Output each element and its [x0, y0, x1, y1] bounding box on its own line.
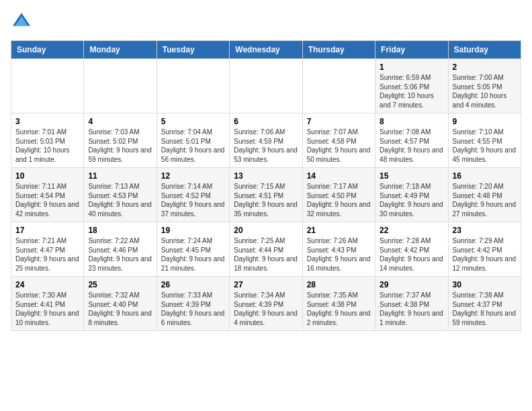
calendar-cell: 7Sunrise: 7:07 AM Sunset: 4:58 PM Daylig… — [302, 113, 375, 168]
calendar-cell: 24Sunrise: 7:30 AM Sunset: 4:41 PM Dayli… — [11, 277, 84, 331]
day-info: Sunrise: 7:34 AM Sunset: 4:39 PM Dayligh… — [234, 291, 298, 327]
calendar-cell — [230, 59, 302, 113]
day-number: 21 — [307, 226, 371, 235]
day-info: Sunrise: 7:04 AM Sunset: 5:01 PM Dayligh… — [161, 128, 225, 164]
day-info: Sunrise: 7:38 AM Sunset: 4:37 PM Dayligh… — [453, 291, 517, 327]
day-info: Sunrise: 7:18 AM Sunset: 4:49 PM Dayligh… — [380, 182, 443, 218]
day-info: Sunrise: 7:06 AM Sunset: 4:59 PM Dayligh… — [234, 128, 298, 164]
calendar-cell: 21Sunrise: 7:26 AM Sunset: 4:43 PM Dayli… — [302, 222, 375, 277]
day-info: Sunrise: 7:37 AM Sunset: 4:38 PM Dayligh… — [380, 291, 443, 327]
day-number: 29 — [380, 280, 443, 289]
calendar-header: SundayMondayTuesdayWednesdayThursdayFrid… — [11, 41, 521, 59]
calendar-week-row: 3Sunrise: 7:01 AM Sunset: 5:03 PM Daylig… — [11, 113, 521, 168]
calendar-cell: 4Sunrise: 7:03 AM Sunset: 5:02 PM Daylig… — [84, 113, 157, 168]
day-info: Sunrise: 7:28 AM Sunset: 4:42 PM Dayligh… — [380, 236, 443, 273]
calendar-cell — [84, 59, 157, 113]
day-number: 30 — [453, 280, 517, 289]
calendar-cell: 17Sunrise: 7:21 AM Sunset: 4:47 PM Dayli… — [11, 222, 84, 277]
day-number: 19 — [161, 226, 225, 235]
day-info: Sunrise: 6:59 AM Sunset: 5:06 PM Dayligh… — [380, 73, 443, 109]
weekday-header: Wednesday — [230, 41, 302, 59]
calendar-cell: 6Sunrise: 7:06 AM Sunset: 4:59 PM Daylig… — [230, 113, 302, 168]
calendar-cell: 12Sunrise: 7:14 AM Sunset: 4:52 PM Dayli… — [157, 168, 229, 222]
day-info: Sunrise: 7:03 AM Sunset: 5:02 PM Dayligh… — [88, 128, 152, 164]
calendar-cell: 22Sunrise: 7:28 AM Sunset: 4:42 PM Dayli… — [375, 222, 448, 277]
day-info: Sunrise: 7:25 AM Sunset: 4:44 PM Dayligh… — [234, 236, 298, 273]
calendar-week-row: 10Sunrise: 7:11 AM Sunset: 4:54 PM Dayli… — [11, 168, 521, 222]
calendar-cell: 18Sunrise: 7:22 AM Sunset: 4:46 PM Dayli… — [84, 222, 157, 277]
day-info: Sunrise: 7:01 AM Sunset: 5:03 PM Dayligh… — [15, 128, 79, 164]
calendar-cell: 27Sunrise: 7:34 AM Sunset: 4:39 PM Dayli… — [230, 277, 302, 331]
calendar-cell — [11, 59, 84, 113]
day-number: 7 — [307, 117, 371, 126]
calendar-cell: 20Sunrise: 7:25 AM Sunset: 4:44 PM Dayli… — [230, 222, 302, 277]
calendar-cell: 8Sunrise: 7:08 AM Sunset: 4:57 PM Daylig… — [375, 113, 448, 168]
day-number: 1 — [380, 62, 443, 72]
day-info: Sunrise: 7:29 AM Sunset: 4:42 PM Dayligh… — [453, 236, 517, 273]
weekday-header: Thursday — [302, 41, 375, 59]
day-number: 5 — [161, 117, 225, 126]
calendar-cell: 9Sunrise: 7:10 AM Sunset: 4:55 PM Daylig… — [448, 113, 521, 168]
day-number: 10 — [15, 171, 79, 181]
day-number: 6 — [234, 117, 298, 126]
logo — [11, 11, 35, 32]
calendar-body: 1Sunrise: 6:59 AM Sunset: 5:06 PM Daylig… — [11, 59, 521, 331]
day-info: Sunrise: 7:21 AM Sunset: 4:47 PM Dayligh… — [15, 236, 79, 273]
calendar-cell: 26Sunrise: 7:33 AM Sunset: 4:39 PM Dayli… — [157, 277, 229, 331]
page-header — [11, 11, 521, 32]
calendar-cell: 25Sunrise: 7:32 AM Sunset: 4:40 PM Dayli… — [84, 277, 157, 331]
calendar-cell — [157, 59, 229, 113]
day-number: 16 — [453, 171, 517, 181]
calendar-table: SundayMondayTuesdayWednesdayThursdayFrid… — [11, 40, 521, 331]
calendar-cell: 13Sunrise: 7:15 AM Sunset: 4:51 PM Dayli… — [230, 168, 302, 222]
calendar-cell: 15Sunrise: 7:18 AM Sunset: 4:49 PM Dayli… — [375, 168, 448, 222]
day-number: 24 — [15, 280, 79, 289]
day-number: 27 — [234, 280, 298, 289]
day-info: Sunrise: 7:00 AM Sunset: 5:05 PM Dayligh… — [453, 73, 517, 109]
calendar-cell: 14Sunrise: 7:17 AM Sunset: 4:50 PM Dayli… — [302, 168, 375, 222]
day-number: 8 — [380, 117, 443, 126]
day-number: 22 — [380, 226, 443, 235]
calendar-cell: 1Sunrise: 6:59 AM Sunset: 5:06 PM Daylig… — [375, 59, 448, 113]
calendar-week-row: 1Sunrise: 6:59 AM Sunset: 5:06 PM Daylig… — [11, 59, 521, 113]
calendar-cell: 30Sunrise: 7:38 AM Sunset: 4:37 PM Dayli… — [448, 277, 521, 331]
calendar-cell: 16Sunrise: 7:20 AM Sunset: 4:48 PM Dayli… — [448, 168, 521, 222]
day-number: 11 — [88, 171, 152, 181]
day-number: 12 — [161, 171, 225, 181]
day-number: 9 — [453, 117, 517, 126]
weekday-row: SundayMondayTuesdayWednesdayThursdayFrid… — [11, 41, 521, 59]
day-info: Sunrise: 7:15 AM Sunset: 4:51 PM Dayligh… — [234, 182, 298, 218]
day-number: 18 — [88, 226, 152, 235]
day-info: Sunrise: 7:13 AM Sunset: 4:53 PM Dayligh… — [88, 182, 152, 218]
calendar-cell: 3Sunrise: 7:01 AM Sunset: 5:03 PM Daylig… — [11, 113, 84, 168]
day-number: 28 — [307, 280, 371, 289]
day-number: 26 — [161, 280, 225, 289]
calendar-week-row: 24Sunrise: 7:30 AM Sunset: 4:41 PM Dayli… — [11, 277, 521, 331]
calendar-cell: 29Sunrise: 7:37 AM Sunset: 4:38 PM Dayli… — [375, 277, 448, 331]
day-number: 20 — [234, 226, 298, 235]
weekday-header: Friday — [375, 41, 448, 59]
logo-icon — [11, 11, 32, 32]
calendar-cell: 5Sunrise: 7:04 AM Sunset: 5:01 PM Daylig… — [157, 113, 229, 168]
day-info: Sunrise: 7:14 AM Sunset: 4:52 PM Dayligh… — [161, 182, 225, 218]
calendar-cell — [302, 59, 375, 113]
weekday-header: Tuesday — [157, 41, 229, 59]
day-info: Sunrise: 7:24 AM Sunset: 4:45 PM Dayligh… — [161, 236, 225, 273]
weekday-header: Monday — [84, 41, 157, 59]
calendar-cell: 19Sunrise: 7:24 AM Sunset: 4:45 PM Dayli… — [157, 222, 229, 277]
weekday-header: Sunday — [11, 41, 84, 59]
calendar-week-row: 17Sunrise: 7:21 AM Sunset: 4:47 PM Dayli… — [11, 222, 521, 277]
day-number: 23 — [453, 226, 517, 235]
calendar-cell: 11Sunrise: 7:13 AM Sunset: 4:53 PM Dayli… — [84, 168, 157, 222]
day-number: 2 — [453, 62, 517, 72]
day-info: Sunrise: 7:33 AM Sunset: 4:39 PM Dayligh… — [161, 291, 225, 327]
day-info: Sunrise: 7:30 AM Sunset: 4:41 PM Dayligh… — [15, 291, 79, 327]
day-info: Sunrise: 7:20 AM Sunset: 4:48 PM Dayligh… — [453, 182, 517, 218]
calendar-cell: 2Sunrise: 7:00 AM Sunset: 5:05 PM Daylig… — [448, 59, 521, 113]
day-info: Sunrise: 7:22 AM Sunset: 4:46 PM Dayligh… — [88, 236, 152, 273]
day-number: 17 — [15, 226, 79, 235]
calendar-cell: 10Sunrise: 7:11 AM Sunset: 4:54 PM Dayli… — [11, 168, 84, 222]
weekday-header: Saturday — [448, 41, 521, 59]
day-info: Sunrise: 7:10 AM Sunset: 4:55 PM Dayligh… — [453, 128, 517, 164]
day-info: Sunrise: 7:08 AM Sunset: 4:57 PM Dayligh… — [380, 128, 443, 164]
